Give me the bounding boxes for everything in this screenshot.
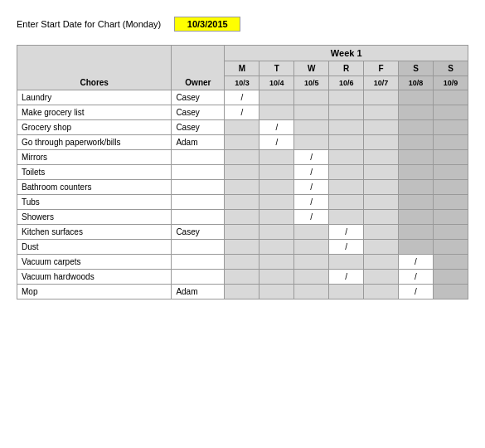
chore-name: Vacuum carpets [17,255,172,270]
chore-cell [225,270,259,285]
chore-name: Tubs [17,195,172,210]
chore-cell [364,240,399,255]
chore-cell [329,105,364,120]
day-header-S: S [399,61,434,76]
chore-cell: / [294,165,329,180]
chore-cell [259,255,294,270]
chore-cell [225,210,259,225]
day-header-W: W [294,61,329,76]
chore-name: Go through paperwork/bills [17,135,172,150]
table-row: LaundryCasey/ [17,90,468,105]
start-date[interactable]: 10/3/2015 [174,17,240,32]
chore-owner: Casey [172,90,225,105]
chore-cell [433,180,468,195]
chore-cell [433,195,468,210]
chore-cell: / [225,105,259,120]
chore-cell: / [294,180,329,195]
chore-cell [225,180,259,195]
table-row: Vacuum hardwoods// [17,270,468,285]
header: Enter Start Date for Chart (Monday) 10/3… [17,17,468,32]
chore-cell [399,240,434,255]
chore-owner: Casey [172,225,225,240]
chore-cell [364,270,399,285]
chore-cell [259,285,294,299]
chore-cell [294,285,329,299]
chore-name: Grocery shop [17,120,172,135]
chore-name: Toilets [17,165,172,180]
chore-cell [364,90,399,105]
chore-cell [399,135,434,150]
table-row: Grocery shopCasey/ [17,120,468,135]
chore-cell [225,150,259,165]
chore-cell [433,90,468,105]
chore-cell [259,150,294,165]
chore-cell [329,165,364,180]
table-row: Kitchen surfacesCasey/ [17,225,468,240]
chore-cell [259,195,294,210]
chore-cell [294,270,329,285]
chore-cell [294,105,329,120]
table-row: Vacuum carpets/ [17,255,468,270]
table-row: Toilets/ [17,165,468,180]
chore-cell [294,120,329,135]
day-header-T: T [259,61,294,76]
chore-cell [399,180,434,195]
chore-owner [172,270,225,285]
chores-table: Chores Owner Week 1 MTWRFSS 10/310/410/5… [17,45,468,299]
chore-cell [259,270,294,285]
day-header-F: F [364,61,399,76]
chore-cell [433,225,468,240]
table-row: Go through paperwork/billsAdam/ [17,135,468,150]
chore-cell [294,90,329,105]
chore-cell [294,135,329,150]
chore-cell [329,210,364,225]
chore-cell [433,255,468,270]
chore-owner [172,240,225,255]
chore-name: Make grocery list [17,105,172,120]
chore-name: Laundry [17,90,172,105]
chore-owner: Casey [172,120,225,135]
chore-cell [433,150,468,165]
chore-cell: / [294,150,329,165]
chore-cell [329,285,364,299]
chore-cell: / [399,255,434,270]
chore-cell: / [225,90,259,105]
chore-cell [259,105,294,120]
chore-cell [433,210,468,225]
chore-cell: / [329,270,364,285]
chore-cell [364,285,399,299]
chore-owner [172,255,225,270]
chore-cell [399,225,434,240]
chore-cell: / [329,240,364,255]
chore-owner [172,150,225,165]
date-header-10-5: 10/5 [294,76,329,90]
day-header-M: M [225,61,259,76]
chore-cell [433,105,468,120]
chore-cell [329,195,364,210]
table-row: Mirrors/ [17,150,468,165]
chore-cell [259,165,294,180]
chore-cell: / [329,225,364,240]
chore-name: Mirrors [17,150,172,165]
chore-owner [172,180,225,195]
chore-name: Dust [17,240,172,255]
chore-cell [433,165,468,180]
chore-cell [329,90,364,105]
chore-cell [364,195,399,210]
table-row: MopAdam/ [17,285,468,299]
chore-cell [225,285,259,299]
table-row: Make grocery listCasey/ [17,105,468,120]
table-row: Tubs/ [17,195,468,210]
chore-cell [259,90,294,105]
chore-cell: / [399,270,434,285]
chore-cell [225,120,259,135]
chore-cell [399,150,434,165]
chore-cell [433,270,468,285]
date-header-10-3: 10/3 [225,76,259,90]
date-header-10-4: 10/4 [259,76,294,90]
chore-name: Kitchen surfaces [17,225,172,240]
chore-cell [399,165,434,180]
chore-cell [225,165,259,180]
date-header-10-7: 10/7 [364,76,399,90]
day-header-R: R [329,61,364,76]
